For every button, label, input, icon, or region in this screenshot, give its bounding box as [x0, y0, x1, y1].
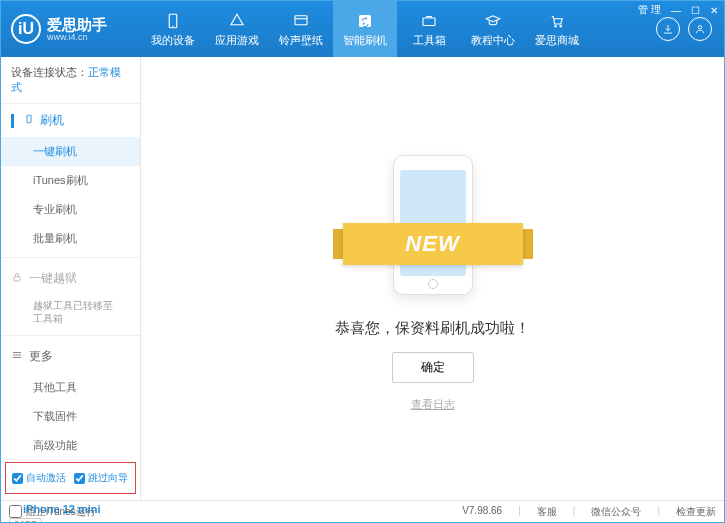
app-name: 爱思助手: [47, 17, 107, 32]
section-flash[interactable]: 刷机: [1, 104, 140, 137]
cart-icon: [547, 11, 567, 31]
nav-apps-games[interactable]: 应用游戏: [205, 1, 269, 57]
nav-tutorials[interactable]: 教程中心: [461, 1, 525, 57]
apps-icon: [227, 11, 247, 31]
user-button[interactable]: [688, 17, 712, 41]
confirm-button[interactable]: 确定: [392, 352, 474, 383]
block-itunes-checkbox[interactable]: 阻止iTunes运行: [9, 505, 96, 519]
svg-rect-8: [27, 115, 31, 123]
maximize-button[interactable]: ☐: [689, 5, 702, 16]
phone-small-icon: [24, 112, 34, 129]
nav-label: 爱思商城: [535, 33, 579, 48]
svg-rect-3: [359, 15, 371, 27]
svg-rect-9: [14, 277, 20, 282]
options-highlight-box: 自动激活 跳过向导: [5, 462, 136, 494]
section-title: 一键越狱: [29, 270, 77, 287]
status-label: 设备连接状态：: [11, 66, 88, 78]
svg-rect-2: [295, 15, 307, 24]
sidebar-item-advanced[interactable]: 高级功能: [1, 431, 140, 460]
wallpaper-icon: [291, 11, 311, 31]
sidebar-item-pro-flash[interactable]: 专业刷机: [1, 195, 140, 224]
sidebar-item-other-tools[interactable]: 其他工具: [1, 373, 140, 402]
section-title: 刷机: [40, 112, 64, 129]
nav-label: 教程中心: [471, 33, 515, 48]
jailbreak-note: 越狱工具已转移至 工具箱: [1, 295, 140, 331]
nav-label: 工具箱: [413, 33, 446, 48]
check-update-link[interactable]: 检查更新: [676, 505, 716, 519]
sidebar-item-batch-flash[interactable]: 批量刷机: [1, 224, 140, 253]
nav-toolbox[interactable]: 工具箱: [397, 1, 461, 57]
logo-icon: iU: [11, 14, 41, 44]
main-content: NEW 恭喜您，保资料刷机成功啦！ 确定 查看日志: [141, 57, 724, 500]
toolbox-icon: [419, 11, 439, 31]
wechat-link[interactable]: 微信公众号: [591, 505, 641, 519]
nav-store[interactable]: 爱思商城: [525, 1, 589, 57]
new-ribbon: NEW: [343, 223, 523, 265]
graduation-icon: [483, 11, 503, 31]
nav-label: 铃声壁纸: [279, 33, 323, 48]
lock-icon: [11, 271, 23, 286]
refresh-icon: [355, 11, 375, 31]
window-controls: 管 理 — ☐ ✕: [636, 3, 720, 17]
logo: iU 爱思助手 www.i4.cn: [1, 14, 141, 44]
sidebar-item-itunes-flash[interactable]: iTunes刷机: [1, 166, 140, 195]
skip-guide-checkbox[interactable]: 跳过向导: [74, 471, 128, 485]
top-nav: 我的设备 应用游戏 铃声壁纸 智能刷机 工具箱 教程中心 爱思商城: [141, 1, 644, 57]
download-button[interactable]: [656, 17, 680, 41]
minimize-button[interactable]: —: [669, 5, 683, 16]
app-header: 管 理 — ☐ ✕ iU 爱思助手 www.i4.cn 我的设备 应用游戏 铃声…: [1, 1, 724, 57]
sidebar: 设备连接状态：正常模式 刷机 一键刷机 iTunes刷机 专业刷机 批量刷机 一…: [1, 57, 141, 500]
close-button[interactable]: ✕: [708, 5, 720, 16]
section-more[interactable]: 更多: [1, 340, 140, 373]
success-message: 恭喜您，保资料刷机成功啦！: [335, 319, 530, 338]
success-illustration: NEW: [333, 145, 533, 305]
svg-point-6: [560, 25, 562, 27]
nav-my-device[interactable]: 我的设备: [141, 1, 205, 57]
section-jailbreak: 一键越狱: [1, 262, 140, 295]
nav-label: 智能刷机: [343, 33, 387, 48]
connection-status: 设备连接状态：正常模式: [1, 57, 140, 104]
svg-rect-4: [423, 18, 435, 26]
menu-icon: [11, 349, 23, 364]
nav-label: 应用游戏: [215, 33, 259, 48]
customer-service-link[interactable]: 客服: [537, 505, 557, 519]
auto-activate-checkbox[interactable]: 自动激活: [12, 471, 66, 485]
nav-ringtone-wallpaper[interactable]: 铃声壁纸: [269, 1, 333, 57]
header-right: [644, 17, 724, 41]
version-label: V7.98.66: [462, 505, 502, 519]
device-capacity: 64GB: [9, 518, 42, 523]
sidebar-item-oneclick-flash[interactable]: 一键刷机: [1, 137, 140, 166]
svg-point-5: [555, 25, 557, 27]
view-log-link[interactable]: 查看日志: [411, 397, 455, 412]
svg-point-7: [698, 26, 702, 30]
sidebar-item-download-firmware[interactable]: 下载固件: [1, 402, 140, 431]
app-site: www.i4.cn: [47, 32, 107, 42]
phone-icon: [163, 11, 183, 31]
skin-button[interactable]: 管 理: [636, 3, 663, 17]
nav-smart-flash[interactable]: 智能刷机: [333, 1, 397, 57]
section-title: 更多: [29, 348, 53, 365]
nav-label: 我的设备: [151, 33, 195, 48]
